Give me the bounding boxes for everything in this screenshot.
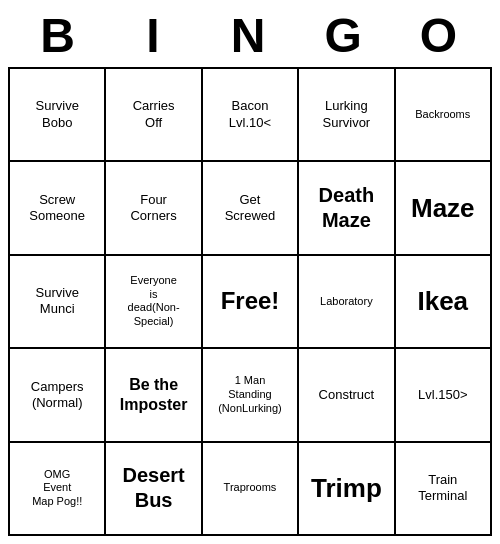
cell-r0-c2: BaconLvl.10< bbox=[202, 68, 298, 161]
title-g: G bbox=[298, 8, 393, 63]
title-b: B bbox=[12, 8, 107, 63]
cell-r1-c4: Maze bbox=[395, 161, 491, 254]
cell-r3-c4: Lvl.150> bbox=[395, 348, 491, 441]
cell-r1-c3: DeathMaze bbox=[298, 161, 394, 254]
cell-r3-c1: Be theImposter bbox=[105, 348, 201, 441]
cell-r1-c2: GetScrewed bbox=[202, 161, 298, 254]
cell-r3-c0: Campers(Normal) bbox=[9, 348, 105, 441]
cell-r4-c2: Traprooms bbox=[202, 442, 298, 535]
cell-r4-c3: Trimp bbox=[298, 442, 394, 535]
cell-r4-c1: DesertBus bbox=[105, 442, 201, 535]
cell-r0-c0: SurviveBobo bbox=[9, 68, 105, 161]
cell-r1-c0: ScrewSomeone bbox=[9, 161, 105, 254]
cell-r1-c1: FourCorners bbox=[105, 161, 201, 254]
cell-r2-c2: Free! bbox=[202, 255, 298, 348]
cell-r2-c0: SurviveMunci bbox=[9, 255, 105, 348]
cell-r0-c4: Backrooms bbox=[395, 68, 491, 161]
title-i: I bbox=[107, 8, 202, 63]
cell-r3-c2: 1 ManStanding(NonLurking) bbox=[202, 348, 298, 441]
cell-r2-c3: Laboratory bbox=[298, 255, 394, 348]
cell-r4-c4: TrainTerminal bbox=[395, 442, 491, 535]
cell-r4-c0: OMGEventMap Pog!! bbox=[9, 442, 105, 535]
cell-r0-c1: CarriesOff bbox=[105, 68, 201, 161]
title-o: O bbox=[393, 8, 488, 63]
title-n: N bbox=[202, 8, 297, 63]
cell-r0-c3: LurkingSurvivor bbox=[298, 68, 394, 161]
cell-r2-c4: Ikea bbox=[395, 255, 491, 348]
bingo-grid: SurviveBoboCarriesOffBaconLvl.10<Lurking… bbox=[8, 67, 492, 536]
cell-r2-c1: Everyoneisdead(Non-Special) bbox=[105, 255, 201, 348]
cell-r3-c3: Construct bbox=[298, 348, 394, 441]
bingo-title: B I N G O bbox=[8, 8, 492, 63]
